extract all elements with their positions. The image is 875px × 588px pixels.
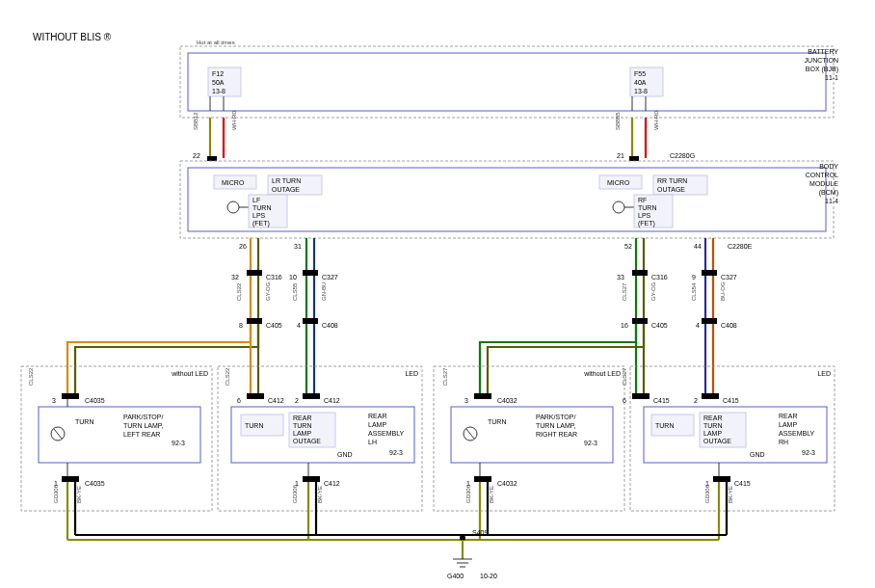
g2-bkye: BK-YE [317,486,323,503]
lbl-g400: G400 [447,573,464,579]
g3-c4032b: C4032 [497,480,517,487]
g3-plref: 92-3 [584,440,597,446]
svg-marker-33 [474,393,491,399]
lbl-whrd-r: WH-RD [653,110,659,130]
g2-title: LED [405,370,418,377]
svg-marker-22 [62,393,79,399]
rf-4: (FET) [638,220,655,227]
g1-c4035b: C4035 [85,480,105,487]
g4-c415-1: C415 [653,397,670,404]
c327-l: C327 [322,274,338,281]
g1-bkye: BK-YE [76,486,82,503]
lbl-sbb12: SBB12 [193,112,199,130]
bcm-l2: CONTROL [806,172,838,178]
c408-r-icon [702,318,717,324]
g1-gd306: GD306 [53,484,59,503]
svg-marker-42 [713,476,730,482]
pin-32: 32 [231,274,239,281]
g3-box [451,407,613,463]
g4-pin6: 6 [623,397,626,404]
g3-pl2: TURN LAMP, [536,422,576,429]
g2-turn: TURN [245,422,263,429]
svg-marker-38 [702,393,719,399]
bjb-ref: 11-1 [825,74,838,81]
g4-c415b: C415 [734,480,751,487]
g4-turn: TURN [655,422,674,429]
g2-ra1: REAR [368,413,386,419]
g2-raref: 92-3 [389,449,403,456]
g2-ro4: OUTAGE [293,438,321,444]
lbl-gyog-1: GY-OG [265,281,271,301]
g2-c412-2: C412 [324,397,340,404]
f12-name: F12 [212,70,224,77]
g4-ra3: ASSEMBLY [779,430,815,437]
g3-gd306: GD306 [465,484,471,503]
bjb-l1: BATTERY [808,48,838,55]
pin-31: 31 [294,243,302,250]
svg-marker-27 [247,393,264,399]
g3-pl3: RIGHT REAR [536,431,577,438]
f55-amp: 40A [634,79,647,86]
g1-c4035t: C4035 [85,397,105,404]
g4-ro4: OUTAGE [703,438,731,444]
g1-title: without LED [171,370,208,377]
c405-r-icon [632,318,648,324]
c327-r: C327 [721,274,737,281]
wiring-diagram: WITHOUT BLIS ® Hot at all times F12 50A … [0,0,875,588]
pin-52: 52 [624,243,632,250]
svg-marker-32 [303,476,320,482]
lbl-sbb55: SBB55 [615,112,621,130]
f55-ref: 13-8 [634,88,648,94]
bjb-box [188,53,826,111]
pin-26: 26 [239,243,247,250]
diagram-title: WITHOUT BLIS ® [33,32,112,42]
g2-ro1: REAR [293,414,311,421]
conn-c316-l-icon [247,270,262,276]
c408-l: C408 [322,322,338,329]
conn-c2280g: C2280G [670,152,695,159]
rf-1: RF [638,197,647,203]
c405-r: C405 [651,322,668,329]
g1-pl2: TURN LAMP, [123,422,164,429]
c408-r: C408 [721,322,737,329]
pin-16: 16 [621,322,628,329]
g2-c412b: C412 [324,480,340,487]
g1-pin3: 3 [52,397,56,404]
g4-ra2: LAMP [779,421,797,428]
fet-rf-icon [613,201,624,213]
lbl-buog: BU-OG [720,281,726,301]
g1-pl3: LEFT REAR [123,431,160,438]
svg-marker-36 [474,476,491,482]
bjb-container [180,46,834,118]
g4-gnd: GND [750,451,765,458]
g2-ra2: LAMP [368,421,386,428]
pin-21: 21 [617,152,624,159]
lbl-cls22: CLS22 [236,282,242,301]
lbl-cls55: CLS55 [292,282,298,301]
pin-10: 10 [289,274,297,281]
g4-title: LED [817,370,831,377]
lbl-cls27: CLS27 [622,282,627,301]
pin-22-arrow [207,156,217,161]
g3-pl1: PARK/STOP/ [536,414,575,420]
g1-turn: TURN [75,418,93,425]
pin-9: 9 [692,274,696,281]
conn-c2280e: C2280E [728,243,753,250]
conn-c327-l-icon [303,270,318,276]
g1-plref: 92-3 [172,440,185,446]
lbl-gref: 10-20 [480,573,497,579]
lbl-whrd-l: WH-RD [231,110,237,130]
svg-marker-26 [62,476,79,482]
bjb-l3: BOX (BJB) [806,66,838,73]
g1-cls22: CLS22 [28,367,34,386]
lf-2: TURN [252,204,271,211]
micro-l: MICRO [222,179,245,186]
lbl-cls54: CLS54 [691,282,697,301]
f12-amp: 50A [212,79,225,86]
g4-gd306: GD306 [704,484,710,503]
f12-ref: 13-8 [212,88,225,94]
rr-out-1: RR TURN [657,177,687,184]
bcm-l1: BODY [819,163,838,170]
g2-pin6: 6 [237,397,241,404]
g3-c4032t: C4032 [497,397,517,404]
